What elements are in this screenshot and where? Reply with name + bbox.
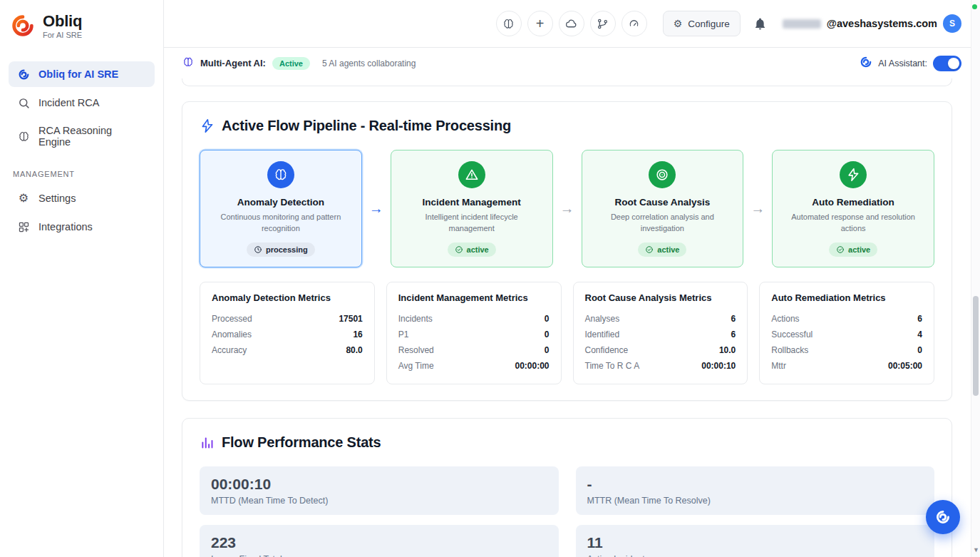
avatar[interactable]: S — [943, 14, 961, 33]
metric-row: Analyses6 — [585, 311, 736, 327]
sidebar-section-management: MANAGEMENT — [0, 157, 163, 183]
stat-label: Active Incidents — [587, 554, 924, 557]
gauge-icon — [628, 18, 640, 30]
metric-card-anomaly-detection: Anomaly Detection Metrics Processed17501… — [200, 282, 375, 384]
pipeline-metrics: Anomaly Detection Metrics Processed17501… — [200, 282, 934, 384]
account-menu[interactable]: @aveshasystems.com S — [783, 14, 961, 33]
account-email: @aveshasystems.com — [827, 18, 937, 29]
pipeline-stage-incident-management[interactable]: Incident Management Intelligent incident… — [391, 150, 553, 267]
pipeline-stage-auto-remediation[interactable]: Auto Remediation Automated response and … — [772, 150, 934, 267]
pipeline-stage-anomaly-detection[interactable]: Anomaly Detection Continuous monitoring … — [200, 150, 362, 267]
metric-row: Mttr00:05:00 — [771, 358, 922, 374]
cloud-button[interactable] — [559, 11, 584, 36]
agents-collaborating-text: 5 AI agents collaborating — [322, 58, 416, 68]
metric-row: Confidence10.0 — [585, 342, 736, 358]
metric-row: Identified6 — [585, 327, 736, 342]
gear-icon: ⚙ — [674, 19, 683, 29]
brand-subtitle: For AI SRE — [43, 31, 82, 39]
stat-value: - — [587, 476, 924, 493]
metric-card-title: Root Cause Analysis Metrics — [585, 292, 736, 303]
metric-row: Actions6 — [771, 311, 922, 327]
add-button[interactable]: + — [527, 11, 553, 36]
gauge-button[interactable] — [621, 11, 647, 36]
sidebar-item-label: Settings — [38, 193, 76, 204]
metric-row: Avg Time00:00:00 — [398, 358, 550, 374]
bell-icon — [753, 17, 767, 31]
stat-value: 11 — [587, 534, 924, 551]
sidebar-item-label: RCA Reasoning Engine — [38, 125, 146, 148]
sidebar-item-rca-reasoning-engine[interactable]: RCA Reasoning Engine — [9, 118, 155, 154]
metric-row: Accuracy80.0 — [212, 342, 363, 358]
pipeline-stages: Anomaly Detection Continuous monitoring … — [200, 150, 934, 267]
status-dot — [972, 4, 977, 9]
stage-description: Automated response and resolution action… — [784, 212, 923, 235]
stat-active-incidents: 11 Active Incidents — [576, 525, 935, 557]
brain-icon — [17, 130, 30, 143]
sidebar-item-settings[interactable]: ⚙ Settings — [9, 185, 155, 211]
clock-icon — [254, 245, 262, 254]
metric-row: Resolved0 — [398, 342, 550, 358]
metric-card-auto-remediation: Auto Remediation Metrics Actions6 Succes… — [759, 282, 934, 384]
stage-status-badge: active — [829, 242, 877, 257]
metric-card-incident-management: Incident Management Metrics Incidents0 P… — [386, 282, 562, 384]
stage-description: Continuous monitoring and pattern recogn… — [211, 212, 350, 235]
stage-name: Anomaly Detection — [237, 197, 324, 208]
cloud-icon — [565, 18, 577, 30]
performance-stats-grid: 00:00:10 MTTD (Mean Time To Detect) - MT… — [200, 466, 934, 557]
scrollbar-thumb[interactable] — [973, 296, 979, 396]
check-circle-icon — [455, 245, 463, 254]
stat-label: Issues Fixed Total — [211, 554, 547, 557]
scrolled-card-bottom-edge — [182, 78, 952, 86]
metric-card-title: Incident Management Metrics — [398, 292, 550, 303]
alert-triangle-icon — [458, 161, 485, 188]
multi-agent-brain-icon — [182, 56, 194, 71]
configure-button[interactable]: ⚙ Configure — [663, 11, 741, 36]
stage-status-badge: processing — [247, 242, 315, 257]
multi-agent-statusbar: Multi-Agent AI: Active 5 AI agents colla… — [164, 48, 980, 78]
brand-name: Obliq — [43, 13, 82, 29]
metric-row: Anomalies16 — [212, 327, 363, 342]
metric-row: Processed17501 — [212, 311, 363, 327]
toggle-knob — [948, 58, 959, 69]
vertical-scrollbar[interactable]: ▼ — [971, 0, 980, 557]
obliq-swirl-icon — [860, 56, 872, 71]
bar-chart-icon — [200, 435, 215, 450]
top-header: + ⚙ Configure @aveshasystems.com S — [164, 0, 980, 48]
stat-issues-fixed-total: 223 Issues Fixed Total — [200, 525, 559, 557]
scrollbar-down-arrow[interactable]: ▼ — [971, 546, 980, 553]
stat-label: MTTD (Mean Time To Detect) — [211, 496, 547, 506]
obliq-swirl-icon — [935, 509, 951, 525]
brand-logo: Obliq For AI SRE — [0, 10, 163, 58]
check-circle-icon — [645, 245, 654, 254]
sidebar-item-integrations[interactable]: Integrations — [9, 214, 155, 240]
gear-icon: ⚙ — [17, 192, 30, 205]
stage-name: Incident Management — [423, 197, 521, 208]
ai-assistant-toggle[interactable] — [933, 56, 961, 71]
sidebar-item-incident-rca[interactable]: Incident RCA — [9, 90, 155, 116]
stage-description: Deep correlation analysis and investigat… — [593, 212, 732, 235]
ai-assistant-fab[interactable] — [926, 500, 960, 534]
performance-card-title: Flow Performance Stats — [222, 434, 381, 451]
main-content: Active Flow Pipeline - Real-time Process… — [164, 78, 980, 557]
metric-row: Time To R C A00:00:10 — [585, 358, 736, 374]
metric-row: Incidents0 — [398, 311, 550, 327]
search-icon — [17, 96, 30, 109]
git-branch-button[interactable] — [590, 11, 616, 36]
multi-agent-label: Multi-Agent AI: — [200, 58, 266, 68]
ai-brain-button[interactable] — [496, 11, 522, 36]
metric-row: Successful4 — [771, 327, 922, 342]
sidebar-item-obliq-for-ai-sre[interactable]: Obliq for AI SRE — [9, 61, 155, 87]
stage-description: Intelligent incident lifecycle managemen… — [402, 212, 541, 235]
configure-label: Configure — [688, 19, 730, 29]
metric-row: Rollbacks0 — [771, 342, 922, 358]
stat-value: 00:00:10 — [211, 476, 547, 493]
notifications-bell-button[interactable] — [753, 17, 767, 31]
sidebar: Obliq For AI SRE Obliq for AI SRE Incide… — [0, 0, 164, 557]
flow-performance-stats-card: Flow Performance Stats 00:00:10 MTTD (Me… — [182, 418, 952, 557]
ai-assistant-label: AI Assistant: — [878, 58, 927, 68]
main-column: + ⚙ Configure @aveshasystems.com S — [164, 0, 980, 557]
lightning-icon — [840, 161, 867, 188]
target-icon — [649, 161, 676, 188]
plus-icon: + — [536, 16, 545, 31]
pipeline-stage-root-cause-analysis[interactable]: Root Cause Analysis Deep correlation ana… — [582, 150, 744, 267]
